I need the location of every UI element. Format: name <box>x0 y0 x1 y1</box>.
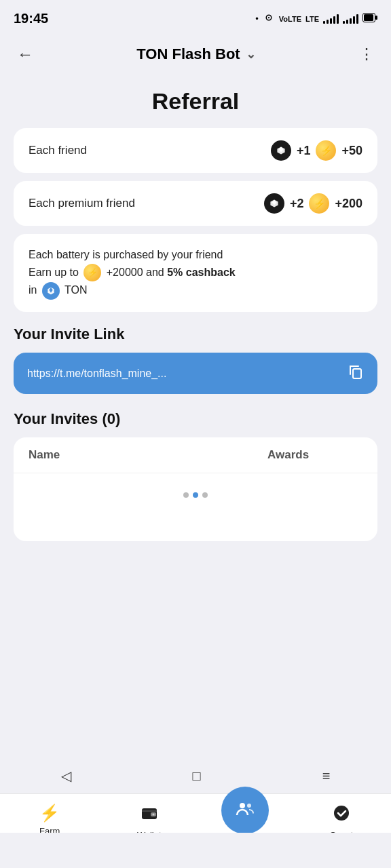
invites-header: Your Invites (0) <box>14 410 377 428</box>
info-line2-pre: Earn up to <box>29 267 79 278</box>
svg-point-15 <box>334 806 349 821</box>
wifi-icon <box>263 12 275 26</box>
info-and-text: and <box>146 267 167 278</box>
nav-title-text: TON Flash Bot <box>136 45 240 63</box>
android-menu-button[interactable]: ≡ <box>309 763 344 789</box>
premium-friend-ton-reward: +2 <box>290 197 304 211</box>
wallet-icon <box>140 804 159 827</box>
android-nav-bar: ◁ □ ≡ <box>0 833 391 868</box>
info-cashback: 5% cashback <box>167 267 236 278</box>
copy-icon <box>348 363 364 383</box>
info-card: Each battery is purchased by your friend… <box>14 234 377 312</box>
quest-icon <box>332 804 351 827</box>
referral-center-button[interactable] <box>221 787 269 834</box>
invite-link-text: https://t.me/tonflash_mine_... <box>27 368 166 380</box>
invite-link-header: Your Invite Link <box>14 326 377 343</box>
each-friend-ton-reward: +1 <box>297 144 311 158</box>
info-in-text: in <box>29 284 37 296</box>
status-bar: 19:45 • VoLTE LTE <box>0 0 391 34</box>
premium-friend-card: Each premium friend +2 ⚡ +200 <box>14 181 377 226</box>
premium-friend-coin-reward: +200 <box>335 197 362 211</box>
each-friend-coin-reward: +50 <box>341 144 362 158</box>
battery-icon <box>362 13 377 24</box>
svg-point-14 <box>247 804 251 808</box>
status-icons: • VoLTE LTE <box>255 12 377 26</box>
top-nav: ← TON Flash Bot ⌄ ⋮ <box>0 34 391 75</box>
signal-bars <box>323 14 339 24</box>
coin-icon: ⚡ <box>316 140 336 161</box>
svg-point-1 <box>268 17 269 18</box>
svg-point-12 <box>152 814 154 816</box>
ton-icon-2 <box>264 193 284 214</box>
farm-icon: ⚡ <box>39 804 60 823</box>
android-home-button[interactable]: □ <box>179 763 215 789</box>
dot-icon: • <box>255 14 259 24</box>
volte-icon: VoLTE <box>279 15 301 23</box>
svg-rect-3 <box>364 14 373 21</box>
each-friend-rewards: +1 ⚡ +50 <box>271 140 362 161</box>
each-friend-card: Each friend +1 ⚡ +50 <box>14 128 377 173</box>
each-friend-label: Each friend <box>29 144 87 157</box>
referral-icon <box>234 797 256 824</box>
chevron-down-icon[interactable]: ⌄ <box>246 47 256 62</box>
page-title: Referral <box>14 88 377 115</box>
svg-rect-4 <box>375 16 377 20</box>
info-ton-label: TON <box>64 284 87 296</box>
nav-title: TON Flash Bot ⌄ <box>37 45 356 63</box>
earn-coin-icon: ⚡ <box>83 264 101 281</box>
info-line1: Each battery is purchased by your friend <box>29 249 223 260</box>
signal-bars-2 <box>343 14 358 24</box>
table-body <box>14 473 377 541</box>
invites-table: Name Awards <box>14 437 377 541</box>
svg-rect-9 <box>353 369 361 378</box>
premium-friend-label: Each premium friend <box>29 197 135 210</box>
svg-point-13 <box>240 803 245 808</box>
info-earn-amount: +20000 <box>107 267 143 278</box>
back-button[interactable]: ← <box>14 41 37 67</box>
table-header-row: Name Awards <box>14 437 377 473</box>
main-content: Referral Each friend +1 ⚡ +50 Each premi… <box>0 75 391 663</box>
name-column-header: Name <box>29 448 267 462</box>
more-options-button[interactable]: ⋮ <box>356 42 377 66</box>
nav-item-farm[interactable]: ⚡ Farm <box>22 804 77 836</box>
lte-icon: LTE <box>305 15 319 23</box>
invite-link-button[interactable]: https://t.me/tonflash_mine_... <box>14 353 377 394</box>
premium-friend-rewards: +2 ⚡ +200 <box>264 193 362 214</box>
ton-icon <box>271 140 291 161</box>
ton-blue-icon <box>42 282 60 300</box>
android-back-button[interactable]: ◁ <box>48 762 85 789</box>
awards-column-header: Awards <box>267 448 362 462</box>
status-time: 19:45 <box>14 11 48 26</box>
coin-icon-2: ⚡ <box>309 193 329 214</box>
